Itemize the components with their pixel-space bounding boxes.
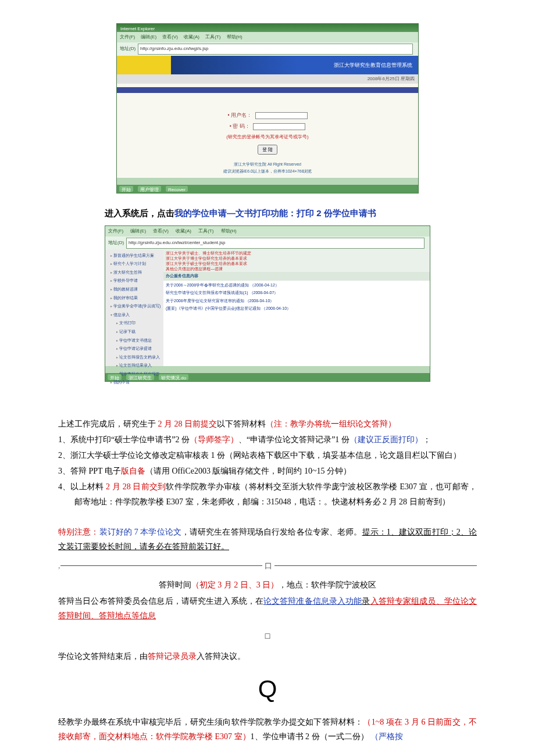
- url-field: http://grsinfo.zju.edu.cn/lwgl/s.jsp: [138, 44, 413, 54]
- notice-item[interactable]: 关于2006～2008学年春季研究生必选课的通知 （2008-04-12）: [166, 282, 427, 289]
- section-header: 办公服务信息内容: [163, 272, 430, 281]
- address-label: 地址(D): [120, 45, 135, 53]
- sidebar-subitem[interactable]: 学位申请文书信息: [113, 336, 162, 345]
- notice-item[interactable]: (重要)《学位申请书》(中国学位委员会)信息登记通知 （2008-04-10）: [166, 305, 427, 313]
- sidebar-item[interactable]: 信息录入: [107, 311, 162, 320]
- username-label: • 用户名：: [227, 112, 252, 118]
- url-field: http://grsinfo.zju.edu.cn/lwzt/center_st…: [126, 238, 425, 248]
- item-1: 1、系统中打印“硕士学位申请书”2 份（导师签字）、“申请学位论文答辩记录”1 …: [58, 432, 477, 447]
- notice-list: 关于2006～2008学年春季研究生必选课的通知 （2008-04-12） 研究…: [163, 281, 430, 314]
- browser-menubar: 文件(F) 编辑(E) 查看(V) 收藏(A) 工具(T) 帮助(H): [105, 226, 430, 237]
- date-bar: 2008年6月25日 星期四: [117, 74, 418, 84]
- divider: , 口: [58, 558, 477, 573]
- sidebar-item[interactable]: 学业奖学金申请(学员填写): [107, 302, 162, 311]
- password-label: • 密 码：: [230, 123, 250, 129]
- item-3: 3、答辩 PPT 电子版自备（请用 OffiCe2003 版编辑存储文件，时间约…: [58, 464, 477, 478]
- sidebar-item[interactable]: 我的评审结果: [107, 294, 162, 303]
- Q-symbol: Q: [58, 667, 477, 711]
- login-box: • 用户名： • 密 码： (研究生的登录帐号为其准考证号或学号) 登 陆: [117, 110, 418, 155]
- notice-item[interactable]: 关于2008年度学位论文研究盲审送审的通知 （2008-04-10）: [166, 298, 427, 305]
- site-footer: 浙江大学研究生院 All Right Reserved 建议浏览器IE6.0以上…: [117, 161, 418, 175]
- status-bar: [117, 178, 418, 185]
- special-note: 特别注意：装订好的 7 本学位论文，请研究生在答辩现场自行发给各位专家、老师。提…: [58, 525, 477, 554]
- sidebar-subitem[interactable]: 学位申请记录提请: [113, 345, 162, 353]
- enter-system-line: 答辩当日公布答辩委员会信息后，请研究生进入系统，在论文答辩准备信息录入功能录入答…: [58, 594, 477, 623]
- sidebar-subitem[interactable]: 论文答辩报告文档录入: [113, 353, 162, 362]
- final-submit: 经教学办最终在系统中审核完毕后，研究生须向软件学院教学办提交如下答辩材料：（1~…: [58, 715, 477, 744]
- sidebar-subitem[interactable]: 记录下载: [113, 328, 162, 336]
- site-banner: 浙江大学研究生教育信息管理系统: [117, 56, 418, 74]
- box-icon: 口: [265, 559, 272, 572]
- address-label: 地址(D): [108, 239, 124, 247]
- sidebar-item[interactable]: 我的教材选课: [107, 285, 162, 294]
- address-bar: 地址(D) http://grsinfo.zju.edu.cn/lwgl/s.j…: [117, 42, 418, 55]
- intro-line: 上述工作完成后，研究生于 2 月 28 日前提交以下答辩材料（注：教学办将统一组…: [58, 417, 477, 431]
- document-body: 上述工作完成后，研究生于 2 月 28 日前提交以下答辩材料（注：教学办将统一组…: [58, 417, 477, 744]
- screenshot-system: 文件(F) 编辑(E) 查看(V) 收藏(A) 工具(T) 帮助(H) 地址(D…: [105, 225, 430, 382]
- after-defense-line: 学位论文答辩结束后，由答辩记录员录入答辩决议。: [58, 649, 477, 664]
- sidebar-item[interactable]: 研究个人学习计划: [107, 260, 162, 268]
- tip-label: 提示：: [362, 528, 387, 536]
- instruction-line: 进入系统后，点击我的学位申请—文书打印功能：打印 2 份学位申请书: [105, 205, 430, 221]
- login-button[interactable]: 登 陆: [258, 145, 277, 155]
- main-area: 浙江大学关于硕士、博士研究生培养环节的规定 浙江大学关于博士学位研究生培养的基本…: [163, 250, 430, 366]
- box-icon: □: [58, 629, 477, 643]
- sidebar: 新普通的学生结果方案 研究个人学习计划 浙大研究生答辩 学校外导申请 我的教材选…: [105, 250, 163, 366]
- sidebar-item[interactable]: 学校外导申请: [107, 277, 162, 285]
- window-titlebar: Internet Explorer: [117, 24, 418, 32]
- blue-divider: [117, 87, 418, 93]
- defense-time: 答辩时间（初定 3 月 2 日、3 日），地点：软件学院宁波校区: [58, 578, 477, 592]
- top-links: 浙江大学关于硕士、博士研究生培养环节的规定 浙江大学关于博士学位研究生培养的基本…: [163, 250, 430, 272]
- sidebar-item[interactable]: 浙大研究生答辩: [107, 268, 162, 277]
- sidebar-item[interactable]: 新普通的学生结果方案: [107, 252, 162, 260]
- item-2: 2、浙江大学硕士学位论文修改定稿审核表 1 份（网站表格下载区中下载，填妥基本信…: [58, 448, 477, 463]
- address-bar: 地址(D) http://grsinfo.zju.edu.cn/lwzt/cen…: [105, 237, 430, 249]
- notice-item[interactable]: 研究生申请学位论文答辩报名申请预填通知(1) （2008-04-07）: [166, 289, 427, 297]
- password-input[interactable]: [253, 123, 305, 130]
- screenshot-login: Internet Explorer 文件(F) 编辑(E) 查看(V) 收藏(A…: [116, 23, 419, 194]
- browser-menubar: 文件(F) 编辑(E) 查看(V) 收藏(A) 工具(T) 帮助(H): [117, 32, 418, 42]
- sidebar-subitem[interactable]: 论文答辩结果录入: [113, 361, 162, 370]
- username-input[interactable]: [255, 112, 308, 119]
- taskbar: 开始 用户管理 Recover: [117, 185, 418, 193]
- item-4: 4、以上材料 2 月 28 日前交到软件学院教学办审核（将材料交至浙大软件学庞宁…: [58, 479, 477, 508]
- window-title: Internet Explorer: [120, 26, 155, 31]
- sidebar-subitem[interactable]: 文书打印: [113, 319, 162, 328]
- login-hint: (研究生的登录帐号为其准考证号或学号): [117, 133, 418, 141]
